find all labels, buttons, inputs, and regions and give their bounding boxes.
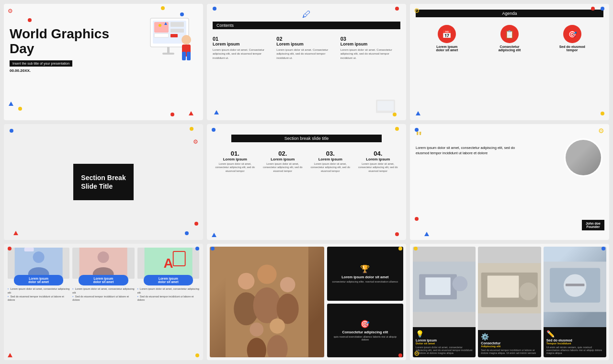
col3-num: 03 <box>341 36 400 42</box>
slide6-avatar <box>564 138 602 177</box>
slide7-text-2: • Lorem ipsum dolor sit amet, consectetu… <box>72 287 134 302</box>
slide7-columns: Lorem ipsumdolor sit amet • Lorem ipsum … <box>8 248 199 302</box>
person-role: Founder <box>586 225 601 228</box>
card1-icon-s9: 💡 <box>416 330 473 338</box>
dot-b-s5 <box>212 128 216 132</box>
slide3-header: Agenda <box>416 10 603 17</box>
slide6-person-box: John doe Founder <box>582 220 604 230</box>
slide2-bottom-illus <box>374 97 402 116</box>
svg-point-32 <box>280 277 295 293</box>
agenda-item-1: 📅 Lorem ipsumdolor sit amet <box>416 25 478 52</box>
fc2-text: Lorem ipsum dolor sit amet, consectetur … <box>261 162 306 173</box>
svg-rect-12 <box>187 52 191 60</box>
slide-1: ⚙ World Gra <box>4 4 203 120</box>
slide9-card-1: 💡 Lorem ipsum Dolor sit amet Lorem ipsum… <box>413 247 476 357</box>
svg-rect-8 <box>162 53 174 55</box>
slide1-illustration <box>136 9 198 76</box>
dot-red-2 <box>170 113 174 116</box>
slide9-cards: 💡 Lorem ipsum Dolor sit amet Lorem ipsum… <box>413 247 606 357</box>
card1-title-s9: Lorem ipsum <box>416 339 473 342</box>
svg-point-30 <box>257 265 276 284</box>
slide8-team-photo <box>210 247 324 357</box>
tri-blue-1 <box>9 102 13 106</box>
slide7-col-3: A Lorem ipsumdolor sit amet • Lorem ipsu… <box>137 248 199 302</box>
slide2-col-2: 02 Lorem ipsum Lorem ipsum dolor sit ame… <box>276 36 336 60</box>
text-icon: 🖊 <box>302 10 311 19</box>
slide-5: Section break slide title 01. Lorem ipsu… <box>207 124 406 240</box>
slide-8: 🏆 Lorem ipsum dolor sit amet consectetur… <box>207 244 406 360</box>
slide7-text-1: • Lorem ipsum dolor sit amet, consectetu… <box>8 287 69 302</box>
slide2-header: Contents <box>213 22 400 29</box>
tri-b-s5 <box>212 233 216 237</box>
slide7-img-1 <box>8 248 69 279</box>
slide7-col-1: Lorem ipsumdolor sit amet • Lorem ipsum … <box>8 248 69 302</box>
svg-rect-16 <box>377 101 394 111</box>
tri-s3 <box>416 111 420 115</box>
fc4-text: Lorem ipsum dolor sit amet, consectetur … <box>356 162 401 173</box>
slide7-img-3: A <box>137 248 199 279</box>
slide1-subtitle: Insert the sub title of your presentatio… <box>10 60 72 67</box>
card2-icon: 🎯 <box>360 319 370 329</box>
slide2-col-1: 01 Lorem ipsum Lorem ipsum dolor sit ame… <box>213 36 272 60</box>
agenda-item-2: 📋 Consecteturadipiscing elit <box>478 25 541 52</box>
svg-point-31 <box>253 287 281 323</box>
card3-subtitle-s9: Tempor Incididunt <box>546 342 603 345</box>
agenda-label-3: Sed do eiusmodtempor <box>559 45 585 52</box>
dot-y-s3 <box>601 112 604 115</box>
tri-b-s6 <box>424 232 429 236</box>
slide5-col-4: 04. Lorem ipsum Lorem ipsum dolor sit am… <box>356 150 401 173</box>
svg-point-18 <box>33 251 45 263</box>
slide-7: Lorem ipsumdolor sit amet • Lorem ipsum … <box>4 244 203 360</box>
card2-icon-s9: ⚙️ <box>481 333 538 341</box>
avatar-image <box>566 140 601 175</box>
slide9-card-3: ✏️ Sed do eiusmod Tempor Incididunt Ut e… <box>544 247 606 357</box>
svg-point-36 <box>270 318 285 334</box>
card2-text: quis nostrud exercitation ullamco labori… <box>331 335 399 341</box>
slide5-col-2: 02. Lorem ipsum Lorem ipsum dolor sit am… <box>261 150 306 173</box>
svg-point-41 <box>453 276 468 292</box>
dot-yellow-2 <box>18 107 22 111</box>
slide-4: ⚙ Section BreakSlide Title <box>4 124 203 240</box>
tri-r-s7 <box>8 353 12 357</box>
person-name: John doe <box>586 222 601 225</box>
slide4-section-title: Section BreakSlide Title <box>73 164 133 200</box>
slide7-text-3: • Lorem ipsum dolor sit amet, consectetu… <box>137 287 199 302</box>
svg-rect-6 <box>170 34 178 37</box>
svg-rect-11 <box>182 52 186 60</box>
svg-rect-49 <box>566 284 584 286</box>
agenda-item-3: 🎯 Sed do eiusmodtempor <box>541 25 603 52</box>
tri-red-1 <box>189 111 193 115</box>
card1-icon: 🏆 <box>360 264 370 273</box>
fc2-title: Lorem ipsum <box>261 157 306 161</box>
svg-rect-7 <box>167 47 170 53</box>
svg-rect-40 <box>425 277 451 295</box>
slide7-btn-1: Lorem ipsumdolor sit amet <box>14 275 63 285</box>
svg-point-9 <box>182 35 191 45</box>
agenda-label-1: Lorem ipsumdolor sit amet <box>436 45 458 52</box>
slide8-layout: 🏆 Lorem ipsum dolor sit amet consectetur… <box>210 247 403 357</box>
col3-text: Lorem ipsum dolor sit amet. Consectetur … <box>341 48 400 60</box>
slide8-cards: 🏆 Lorem ipsum dolor sit amet consectetur… <box>327 247 403 357</box>
agenda-icon-1: 📅 <box>438 25 456 43</box>
svg-rect-20 <box>24 248 34 251</box>
slide-9: ⚙ 💡 Lorem ipsum Dolor sit amet Lorem ips… <box>410 244 609 360</box>
agenda-icon-2: 📋 <box>500 25 519 43</box>
card3-text-s9: Ut enim ad minim veniam, quis nostrud ex… <box>546 346 603 354</box>
slide1-title: World Graphics Day <box>10 27 113 57</box>
fc2-num: 02. <box>261 150 306 157</box>
svg-point-34 <box>250 323 263 337</box>
card2-text-s9: Sed do eiusmod tempor incididunt ut labo… <box>481 349 538 354</box>
svg-point-22 <box>98 251 109 263</box>
slide2-col-3: 03 Lorem ipsum Lorem ipsum dolor sit ame… <box>341 36 400 60</box>
slide9-card-2: ⚙️ Consectetur Adipiscing elit Sed do ei… <box>478 247 541 357</box>
dot-r-s5 <box>395 232 399 236</box>
card2-subtitle-s9: Adipiscing elit <box>481 345 538 348</box>
card2-title-s9: Consectetur <box>481 341 538 345</box>
card1-text: consectetur adipiscing elite. nosrtud ex… <box>332 280 398 283</box>
fc3-text: Lorem ipsum dolor sit amet, consectetur … <box>308 162 353 173</box>
slide7-btn-2: Lorem ipsumdolor sit amet <box>79 275 128 285</box>
slide9-bottom-1: 💡 Lorem ipsum Dolor sit amet Lorem ipsum… <box>413 327 476 357</box>
slide9-img-1 <box>413 247 476 327</box>
dot-y-s5 <box>395 127 399 131</box>
slide6-quote: Lorem ipsum dolor sit amet, consectetur … <box>416 145 519 156</box>
